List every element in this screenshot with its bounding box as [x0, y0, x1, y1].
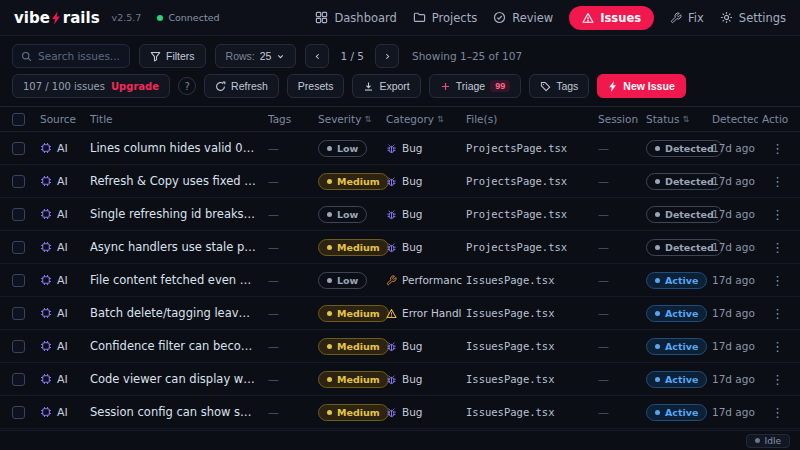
severity-dot-icon [327, 410, 332, 415]
row-checkbox[interactable] [12, 373, 25, 386]
row-checkbox[interactable] [12, 175, 25, 188]
severity-badge: Low [318, 272, 367, 289]
severity-dot-icon [327, 179, 332, 184]
nav-issues[interactable]: Issues [569, 6, 654, 30]
tags-cell: — [268, 274, 314, 287]
source-cell: AI [40, 241, 86, 254]
table-row[interactable]: AI Refresh & Copy uses fixed delay inste… [0, 165, 800, 198]
quota-pill: 107 / 100 issues Upgrade [12, 74, 170, 98]
issue-title: Single refreshing id breaks concurrent r… [90, 207, 264, 221]
table-row[interactable]: AI Lines column hides valid 0-line stats… [0, 132, 800, 165]
help-button[interactable]: ? [178, 77, 196, 95]
nav-dashboard[interactable]: Dashboard [315, 11, 396, 25]
presets-button[interactable]: Presets [287, 74, 345, 98]
category-label: Bug [402, 340, 423, 352]
triage-button[interactable]: Triage 99 [429, 74, 521, 98]
table-row[interactable]: AI Batch delete/tagging leaves UI incons… [0, 297, 800, 330]
col-category[interactable]: Category⇅ [386, 113, 462, 125]
rows-per-page-select[interactable]: Rows: 25 [215, 44, 297, 68]
warning-icon [386, 308, 397, 319]
row-actions-menu[interactable]: ⋮ [767, 273, 788, 288]
row-actions-menu[interactable]: ⋮ [767, 141, 788, 156]
row-checkbox[interactable] [12, 274, 25, 287]
severity-cell: Low [318, 272, 382, 289]
category-cell: Bug [386, 208, 462, 220]
row-checkbox[interactable] [12, 241, 25, 254]
row-actions-menu[interactable]: ⋮ [767, 372, 788, 387]
status-dot-icon [655, 278, 660, 283]
row-checkbox[interactable] [12, 340, 25, 353]
brand-logo[interactable]: vibe rails [14, 9, 100, 27]
status-dot-icon [655, 377, 660, 382]
col-actions: Actions [762, 113, 788, 125]
severity-dot-icon [327, 377, 332, 382]
app-version: v2.5.7 [112, 12, 142, 23]
filters-button[interactable]: Filters [139, 44, 206, 68]
new-issue-button[interactable]: New Issue [597, 74, 685, 98]
source-label: AI [57, 241, 68, 254]
row-actions-menu[interactable]: ⋮ [767, 240, 788, 255]
row-actions-menu[interactable]: ⋮ [767, 306, 788, 321]
refresh-icon [215, 81, 226, 92]
bug-icon [386, 176, 397, 187]
status-cell: Active [646, 338, 708, 355]
nav-review[interactable]: Review [493, 11, 553, 25]
source-cell: AI [40, 175, 86, 188]
row-checkbox[interactable] [12, 142, 25, 155]
severity-badge: Medium [318, 371, 389, 388]
row-actions-menu[interactable]: ⋮ [767, 207, 788, 222]
row-actions-menu[interactable]: ⋮ [767, 174, 788, 189]
search-input[interactable] [38, 50, 121, 62]
file-cell: ProjectsPage.tsx [466, 208, 594, 220]
upgrade-link[interactable]: Upgrade [111, 81, 159, 92]
nav-fix-label: Fix [688, 11, 704, 25]
row-actions-menu[interactable]: ⋮ [767, 339, 788, 354]
file-cell: IssuesPage.tsx [466, 373, 594, 385]
select-all-checkbox[interactable] [12, 113, 25, 126]
bug-icon [386, 407, 397, 418]
severity-badge: Medium [318, 239, 389, 256]
wrench-icon [386, 275, 397, 286]
table-row[interactable]: AI Code viewer can display wrong file du… [0, 363, 800, 396]
nav-projects[interactable]: Projects [413, 11, 477, 25]
refresh-button[interactable]: Refresh [204, 74, 279, 98]
brand-rails: rails [63, 9, 100, 27]
sort-icon: ⇅ [437, 114, 444, 124]
file-cell: IssuesPage.tsx [466, 406, 594, 418]
status-bar: Idle [0, 430, 800, 450]
prev-page-button[interactable] [305, 44, 329, 68]
source-cell: AI [40, 274, 86, 287]
row-checkbox[interactable] [12, 307, 25, 320]
col-detected[interactable]: Detected⇅ [712, 113, 758, 125]
tags-cell: — [268, 208, 314, 221]
detected-cell: 17d ago [712, 142, 758, 154]
table-row[interactable]: AI Confidence filter can become stale du… [0, 330, 800, 363]
col-severity[interactable]: Severity⇅ [318, 113, 382, 125]
nav-settings-label: Settings [739, 11, 786, 25]
category-label: Bug [402, 175, 423, 187]
table-row[interactable]: AI Single refreshing id breaks concurren… [0, 198, 800, 231]
next-page-button[interactable] [375, 44, 399, 68]
session-cell: — [598, 373, 642, 386]
table-row[interactable]: AI Async handlers use stale projects sta… [0, 231, 800, 264]
table-row[interactable]: AI Session config can show stale data af… [0, 396, 800, 429]
table-header: Source Title Tags Severity⇅ Category⇅ Fi… [0, 106, 800, 132]
row-checkbox[interactable] [12, 208, 25, 221]
row-checkbox[interactable] [12, 406, 25, 419]
nav-settings[interactable]: Settings [720, 11, 786, 25]
table-body: AI Lines column hides valid 0-line stats… [0, 132, 800, 429]
nav-fix[interactable]: Fix [670, 11, 704, 25]
category-label: Bug [402, 373, 423, 385]
rows-value: 25 [260, 50, 272, 62]
status-badge: Active [646, 404, 707, 421]
chevron-down-icon [276, 52, 285, 61]
export-button[interactable]: Export [352, 74, 420, 98]
tags-button[interactable]: Tags [529, 74, 589, 98]
plus-icon [440, 81, 451, 92]
source-cell: AI [40, 208, 86, 221]
table-row[interactable]: AI File content fetched even when code p… [0, 264, 800, 297]
issue-title: File content fetched even when code pane… [90, 273, 264, 287]
category-cell: Bug [386, 406, 462, 418]
col-status[interactable]: Status⇅ [646, 113, 708, 125]
row-actions-menu[interactable]: ⋮ [767, 405, 788, 420]
